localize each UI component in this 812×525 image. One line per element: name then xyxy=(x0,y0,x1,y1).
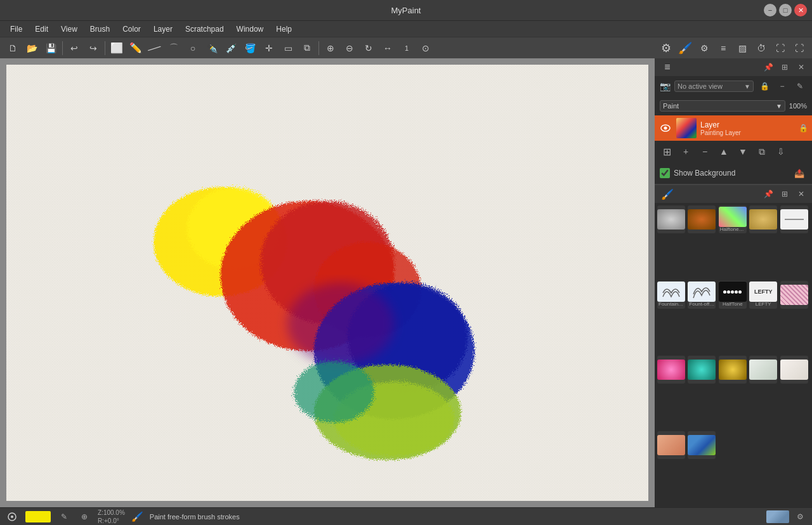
time-btn[interactable]: ⏱ xyxy=(752,39,770,57)
menu-window[interactable]: Window xyxy=(232,23,269,35)
brush-item-bristle[interactable] xyxy=(657,205,685,233)
move-layer-down-btn[interactable]: ▼ xyxy=(735,143,751,160)
palette-btn[interactable]: ▨ xyxy=(733,39,751,57)
brush-panel-btn[interactable]: 🖌️ xyxy=(676,39,694,57)
brush-item-feather[interactable] xyxy=(749,356,777,384)
color-swatch[interactable] xyxy=(25,511,51,522)
layer-item[interactable]: Layer Painting Layer 🔒 xyxy=(655,115,812,141)
edit-color-btn[interactable]: ✎ xyxy=(57,510,71,524)
blend-mode-dropdown[interactable]: Paint ▼ xyxy=(660,100,785,112)
menu-help[interactable]: Help xyxy=(271,23,297,35)
transform-button[interactable]: ⧉ xyxy=(298,39,316,57)
show-background-checkbox[interactable] xyxy=(660,168,670,178)
fill-button[interactable]: 🪣 xyxy=(241,39,259,57)
line-button[interactable]: ╱ xyxy=(142,36,167,61)
undo-button[interactable]: ↩ xyxy=(65,39,83,57)
layers-pin-btn[interactable]: 📌 xyxy=(761,60,775,74)
menu-brush[interactable]: Brush xyxy=(85,23,115,35)
zoom-out-button[interactable]: ⊖ xyxy=(341,39,358,57)
open-file-button[interactable]: 📂 xyxy=(23,39,41,57)
app-title: MyPaint xyxy=(391,6,421,15)
brush-item-halftone[interactable]: HalfTone xyxy=(719,281,747,309)
background-export-btn[interactable]: 📤 xyxy=(792,165,807,181)
fullscreen-btn[interactable]: ⛶ xyxy=(771,39,789,57)
brush-item-white-feather[interactable] xyxy=(780,356,808,384)
redo-button[interactable]: ↪ xyxy=(84,39,102,57)
curve-button[interactable]: ⌒ xyxy=(165,39,183,57)
snap-button[interactable]: ⊙ xyxy=(417,39,435,57)
right-panel: ≡ 📌 ⊞ ✕ 📷 No active view ▼ 🔒 − ✎ xyxy=(655,58,812,507)
new-file-button[interactable]: 🗋 xyxy=(4,39,22,57)
eraser-button[interactable]: ⬜ xyxy=(108,39,126,57)
move-button[interactable]: ✛ xyxy=(260,39,278,57)
zoom-info: Z:100.0% R:+0.0° xyxy=(98,509,125,525)
zoom-in-button[interactable]: ⊕ xyxy=(322,39,339,57)
brush-detach-btn[interactable]: ⊞ xyxy=(778,187,792,201)
layers-menu-btn[interactable]: ≡ xyxy=(658,58,676,76)
brush-item-fountain-sf[interactable]: Fountain-SF xyxy=(657,281,685,309)
maximize-button[interactable]: □ xyxy=(779,4,792,16)
brush-item-halftone-cmy[interactable]: HalftoneCMY xyxy=(719,205,747,233)
flip-h-button[interactable]: ↔ xyxy=(379,39,396,57)
brush-item-blue-grad[interactable] xyxy=(688,431,716,459)
distraction-free-btn[interactable]: ⛶ xyxy=(790,39,808,57)
color-picker-btn[interactable]: ⊕ xyxy=(77,510,91,524)
brush-item-lefty[interactable]: LEFTY LEFTY xyxy=(749,281,777,309)
save-file-button[interactable]: 💾 xyxy=(42,39,60,57)
menu-file[interactable]: File xyxy=(5,23,27,35)
menu-color[interactable]: Color xyxy=(117,23,146,35)
remove-layer-btn[interactable]: − xyxy=(697,143,713,160)
layer-visibility-icon[interactable] xyxy=(658,121,672,135)
brush-item-hatching[interactable] xyxy=(780,281,808,309)
add-layer-btn[interactable]: + xyxy=(678,143,694,160)
active-view-label: No active view xyxy=(678,82,742,90)
title-bar: MyPaint − □ ✕ xyxy=(0,0,812,20)
active-view-dropdown[interactable]: No active view ▼ xyxy=(674,81,754,92)
brush-item-thinline[interactable] xyxy=(780,205,808,233)
brush-item-cauldron[interactable] xyxy=(688,205,716,233)
brush-item-pink[interactable] xyxy=(657,356,685,384)
brush-item-skin[interactable] xyxy=(657,431,685,459)
ink-button[interactable]: ✒️ xyxy=(203,39,221,57)
rotate-button[interactable]: ↻ xyxy=(360,39,377,57)
duplicate-layer-btn[interactable]: ⧉ xyxy=(754,143,770,160)
view-lock-btn[interactable]: 🔒 xyxy=(757,79,771,93)
brush-pin-btn[interactable]: 📌 xyxy=(761,187,775,201)
brush-item-fount-offset[interactable]: Fount-offset xyxy=(688,281,716,309)
layers-detach-btn[interactable]: ⊞ xyxy=(778,60,792,74)
layers-panel: ≡ 📌 ⊞ ✕ 📷 No active view ▼ 🔒 − ✎ xyxy=(655,58,812,185)
show-background-label: Show Background xyxy=(674,169,735,178)
layers-close-btn[interactable]: ✕ xyxy=(794,60,808,74)
menu-scratchpad[interactable]: Scratchpad xyxy=(180,23,229,35)
canvas-container[interactable] xyxy=(0,58,655,507)
ellipse-button[interactable]: ○ xyxy=(184,39,202,57)
pencil-button[interactable]: ✏️ xyxy=(127,39,145,57)
status-right: ⚙ xyxy=(766,510,807,524)
toolbar-sep-1 xyxy=(62,41,63,55)
menu-view[interactable]: View xyxy=(56,23,82,35)
brush-item-teal[interactable] xyxy=(688,356,716,384)
reset-zoom-button[interactable]: 1 xyxy=(398,39,416,57)
merge-layer-btn[interactable]: ⇩ xyxy=(773,143,789,160)
brush-item-gold[interactable] xyxy=(719,356,747,384)
close-button[interactable]: ✕ xyxy=(794,4,807,16)
view-edit-btn[interactable]: ✎ xyxy=(793,79,807,93)
layers-panel-header: ≡ 📌 ⊞ ✕ xyxy=(655,58,812,76)
brush-close-btn[interactable]: ✕ xyxy=(794,187,808,201)
brush-icon: 🖌️ xyxy=(131,511,143,522)
menu-edit[interactable]: Edit xyxy=(30,23,53,35)
new-layer-group-btn[interactable]: ⊞ xyxy=(658,143,675,160)
layers-toggle-btn[interactable]: ≡ xyxy=(714,39,732,57)
move-layer-up-btn[interactable]: ▲ xyxy=(716,143,732,160)
thumbnail-preview[interactable] xyxy=(766,510,789,523)
menu-layer[interactable]: Layer xyxy=(148,23,178,35)
rect-select-button[interactable]: ▭ xyxy=(279,39,297,57)
colors-panel-btn[interactable]: ⚙ xyxy=(657,39,675,57)
status-settings-btn[interactable]: ⚙ xyxy=(793,510,807,524)
picker-button[interactable]: 💉 xyxy=(222,39,240,57)
brush-item-inkwash[interactable] xyxy=(749,205,777,233)
dropdown-arrow: ▼ xyxy=(744,83,750,90)
view-minus-btn[interactable]: − xyxy=(775,79,789,93)
minimize-button[interactable]: − xyxy=(764,4,776,16)
settings-btn[interactable]: ⚙ xyxy=(695,39,713,57)
